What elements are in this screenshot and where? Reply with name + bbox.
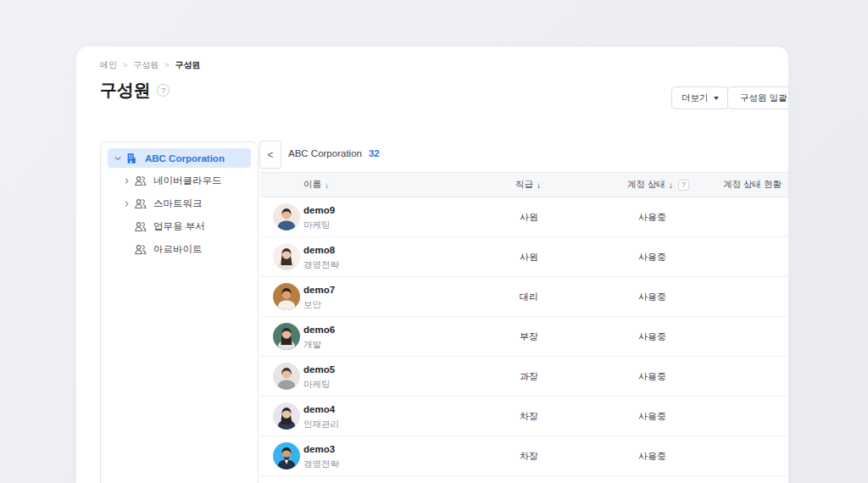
title-help-icon[interactable]: ? bbox=[157, 84, 170, 97]
bulk-add-members-button[interactable]: 구성원 일괄 추가 bbox=[727, 86, 788, 109]
tree-item-abc-corporation[interactable]: ABC Corporation bbox=[108, 148, 251, 168]
member-department: 마케팅 bbox=[303, 377, 335, 391]
table-row[interactable]: demo4 인재관리 차장 사용중 bbox=[260, 397, 788, 436]
member-name: demo8 bbox=[303, 243, 339, 258]
column-label: 이름 bbox=[303, 179, 321, 191]
member-name: demo6 bbox=[303, 323, 335, 337]
more-button[interactable]: 더보기 bbox=[671, 86, 729, 109]
member-rank: 차장 bbox=[520, 397, 538, 436]
table-row[interactable]: demo7 보안 대리 사용중 bbox=[260, 277, 788, 317]
people-icon bbox=[133, 243, 147, 256]
tree-item-parttime[interactable]: 아르바이트 bbox=[108, 240, 251, 259]
page-title: 구성원 bbox=[100, 79, 150, 102]
member-status: 사용중 bbox=[638, 237, 666, 277]
breadcrumb-item-members[interactable]: 구성원 bbox=[133, 59, 159, 71]
table-header-row: 이름 ↓ 직급 ↓ 계정 상태 ↓ ? 계정 상태 현황 bbox=[260, 173, 788, 197]
tree-item-label: 스마트워크 bbox=[153, 197, 203, 210]
member-status: 사용중 bbox=[638, 436, 666, 476]
avatar bbox=[273, 402, 300, 430]
collapse-tree-button[interactable]: < bbox=[259, 141, 281, 169]
table-row[interactable]: demo8 경영전략 사원 사용중 bbox=[260, 237, 788, 277]
column-header-name[interactable]: 이름 ↓ bbox=[303, 173, 329, 197]
member-identity: demo3 경영전략 bbox=[303, 442, 339, 470]
member-rank: 사원 bbox=[520, 237, 538, 277]
member-department: 경영전략 bbox=[303, 258, 339, 271]
breadcrumb-current: 구성원 bbox=[175, 59, 201, 71]
member-status: 사용중 bbox=[638, 357, 666, 397]
member-identity: demo8 경영전략 bbox=[303, 243, 339, 271]
sort-desc-icon[interactable]: ↓ bbox=[325, 180, 329, 190]
member-identity: demo4 인재관리 bbox=[303, 402, 339, 430]
avatar bbox=[273, 442, 300, 469]
avatar bbox=[273, 243, 300, 270]
member-count: 32 bbox=[369, 148, 380, 158]
breadcrumb-item-main[interactable]: 메인 bbox=[100, 59, 117, 71]
page-title-row: 구성원 ? bbox=[100, 79, 170, 102]
org-tree-panel: ABC Corporation 네이버클라우드 스마트워크 bbox=[100, 142, 259, 483]
status-help-icon[interactable]: ? bbox=[678, 180, 689, 191]
breadcrumb-separator: > bbox=[123, 61, 127, 69]
tree-item-label: 아르바이트 bbox=[153, 243, 203, 256]
member-rank: 차장 bbox=[520, 436, 538, 476]
chevron-down-icon bbox=[714, 97, 719, 100]
member-identity: demo9 마케팅 bbox=[303, 203, 335, 231]
building-icon bbox=[125, 153, 138, 164]
members-card: 메인 > 구성원 > 구성원 구성원 ? 더보기 구성원 일괄 추가 ABC C… bbox=[76, 47, 788, 483]
avatar bbox=[273, 323, 300, 350]
column-label: 계정 상태 현황 bbox=[723, 179, 782, 191]
column-label: 직급 bbox=[515, 179, 533, 191]
avatar bbox=[273, 283, 300, 310]
member-identity: demo7 보안 bbox=[303, 283, 335, 311]
column-header-status-overview[interactable]: 계정 상태 현황 bbox=[723, 173, 782, 197]
member-rank: 사원 bbox=[520, 197, 538, 237]
column-header-rank[interactable]: 직급 ↓ bbox=[515, 173, 541, 197]
member-status: 사용중 bbox=[638, 197, 666, 237]
member-name: demo7 bbox=[303, 283, 335, 297]
chevron-right-icon[interactable] bbox=[120, 200, 133, 208]
table-row[interactable]: demo3 경영전략 차장 사용중 bbox=[260, 436, 788, 476]
group-name: ABC Corporation bbox=[288, 148, 362, 158]
bulk-add-button-label: 구성원 일괄 추가 bbox=[740, 92, 788, 104]
member-status: 사용중 bbox=[638, 317, 666, 357]
table-row[interactable]: demo9 마케팅 사원 사용중 bbox=[260, 197, 788, 237]
chevron-right-icon[interactable] bbox=[120, 177, 133, 185]
tree-item-business-dept[interactable]: 업무용 부서 bbox=[108, 217, 251, 236]
people-icon bbox=[133, 220, 147, 233]
member-status: 사용중 bbox=[638, 277, 666, 317]
sort-desc-icon[interactable]: ↓ bbox=[537, 180, 541, 190]
member-department: 보안 bbox=[303, 297, 335, 311]
member-rank: 부장 bbox=[520, 317, 538, 357]
member-table-body: demo9 마케팅 사원 사용중 demo8 경영전략 사원 사용중 demo7 bbox=[260, 197, 788, 476]
member-rank: 대리 bbox=[520, 277, 538, 317]
member-department: 경영전략 bbox=[303, 457, 339, 470]
member-name: demo9 bbox=[303, 203, 335, 218]
member-department: 인재관리 bbox=[303, 417, 339, 430]
tree-item-label: 업무용 부서 bbox=[153, 220, 205, 233]
chevron-down-icon[interactable] bbox=[111, 154, 125, 163]
sort-desc-icon[interactable]: ↓ bbox=[669, 180, 673, 190]
group-header: ABC Corporation 32 bbox=[288, 148, 380, 158]
member-identity: demo6 개발 bbox=[303, 323, 335, 351]
member-identity: demo5 마케팅 bbox=[303, 363, 335, 391]
avatar bbox=[273, 363, 300, 390]
tree-item-label: 네이버클라우드 bbox=[153, 175, 222, 187]
tree-item-smartwork[interactable]: 스마트워크 bbox=[108, 194, 251, 214]
column-label: 계정 상태 bbox=[627, 179, 665, 191]
column-header-status[interactable]: 계정 상태 ↓ ? bbox=[627, 173, 689, 197]
people-icon bbox=[133, 197, 147, 210]
page: { "colors": { "page_bg": "#edeff3", "acc… bbox=[0, 0, 868, 483]
breadcrumb: 메인 > 구성원 > 구성원 bbox=[100, 59, 201, 71]
more-button-label: 더보기 bbox=[682, 92, 709, 104]
tree-item-navercloud[interactable]: 네이버클라우드 bbox=[108, 171, 251, 191]
avatar bbox=[273, 203, 300, 230]
member-name: demo4 bbox=[303, 402, 339, 417]
member-department: 개발 bbox=[303, 337, 335, 351]
member-name: demo3 bbox=[303, 442, 339, 457]
tree-item-label: ABC Corporation bbox=[145, 153, 225, 164]
member-department: 마케팅 bbox=[303, 218, 335, 231]
member-rank: 과장 bbox=[520, 357, 538, 397]
people-icon bbox=[133, 175, 147, 187]
table-row[interactable]: demo6 개발 부장 사용중 bbox=[260, 317, 788, 357]
member-status: 사용중 bbox=[638, 397, 666, 436]
table-row[interactable]: demo5 마케팅 과장 사용중 bbox=[260, 357, 788, 397]
